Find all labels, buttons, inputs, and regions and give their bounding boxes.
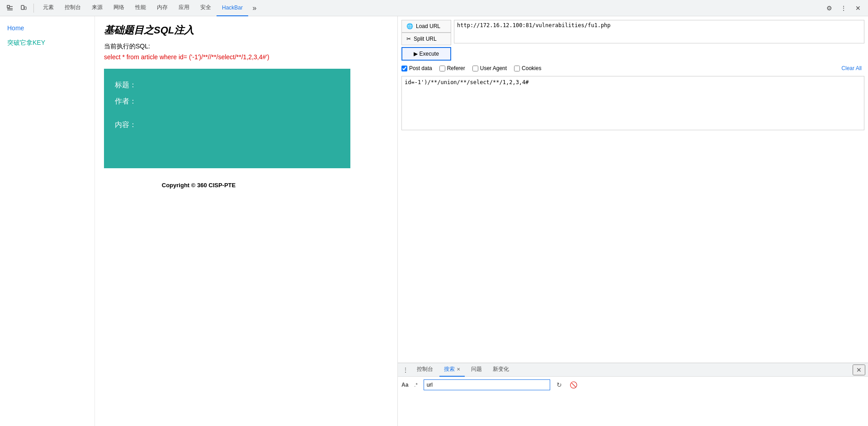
page-title-prefix: 基础题目之 <box>104 24 154 36</box>
tab-sources[interactable]: 来源 <box>86 0 108 16</box>
url-buttons: 🌐 Load URL ✂ Split URL ▶ Execute <box>401 20 451 61</box>
tab-security[interactable]: 安全 <box>195 0 217 16</box>
console-tabs-bar: ⋮ 控制台 搜索 ✕ 问题 新变化 ✕ <box>398 363 868 377</box>
svg-rect-4 <box>21 5 24 9</box>
svg-rect-0 <box>7 5 9 8</box>
toolbar-separator <box>33 4 34 13</box>
execute-button[interactable]: ▶ Execute <box>401 47 451 61</box>
load-url-icon: 🌐 <box>406 23 413 29</box>
console-search-tab-label: 搜索 <box>444 365 455 373</box>
hackbar-main: 🌐 Load URL ✂ Split URL ▶ Execute http://… <box>398 16 868 363</box>
post-data-checkbox-label[interactable]: Post data <box>401 65 432 71</box>
execute-label: ▶ Execute <box>414 51 439 57</box>
page-title: 基础题目之SQL注入 <box>104 24 388 37</box>
tab-performance[interactable]: 性能 <box>130 0 151 16</box>
split-url-icon: ✂ <box>406 36 411 42</box>
clear-all-button[interactable]: Clear All <box>839 64 864 72</box>
tab-hackbar[interactable]: HackBar <box>217 0 248 16</box>
sidebar-nav: Home 突破它拿KEY <box>0 16 95 426</box>
load-url-label: Load URL <box>416 23 440 29</box>
page-title-suffix: 注入 <box>174 24 194 36</box>
cookies-checkbox-label[interactable]: Cookies <box>514 65 541 71</box>
user-agent-checkbox[interactable] <box>472 66 478 71</box>
settings-icon[interactable]: ⚙ <box>823 2 835 14</box>
post-data-area: id=-1')/**/union/**/select/**/1,2,3,4# <box>401 76 864 359</box>
url-input-area: http://172.16.12.100:81/vulnerabilities/… <box>454 20 864 45</box>
console-search-bar: Aa .* ↻ 🚫 <box>398 377 868 393</box>
tab-elements[interactable]: 元素 <box>38 0 59 16</box>
options-row: Post data Referer User Agent Cookies Cle… <box>401 63 864 73</box>
layout-wrapper: Home 突破它拿KEY 基础题目之SQL注入 当前执行的SQL: select… <box>0 16 398 426</box>
result-box: 标题： 作者： 内容： <box>104 69 350 168</box>
post-data-checkbox[interactable] <box>401 66 407 71</box>
sidebar-item-home[interactable]: Home <box>0 21 94 35</box>
hackbar-panel: 🌐 Load URL ✂ Split URL ▶ Execute http://… <box>398 16 868 426</box>
post-data-textarea[interactable]: id=-1')/**/union/**/select/**/1,2,3,4# <box>401 76 864 130</box>
user-agent-label: User Agent <box>480 65 507 71</box>
console-tab-close-icon[interactable]: ✕ <box>457 367 460 372</box>
tab-memory[interactable]: 内存 <box>151 0 173 16</box>
sidebar-item-key[interactable]: 突破它拿KEY <box>0 35 94 51</box>
more-tabs-icon[interactable]: » <box>248 2 261 14</box>
main-area: Home 突破它拿KEY 基础题目之SQL注入 当前执行的SQL: select… <box>0 16 868 426</box>
console-menu-icon[interactable]: ⋮ <box>401 365 410 374</box>
tab-network[interactable]: 网络 <box>108 0 130 16</box>
inspect-icon[interactable] <box>4 2 16 14</box>
device-icon[interactable] <box>17 2 30 14</box>
more-options-icon[interactable]: ⋮ <box>837 2 850 14</box>
content-area: 基础题目之SQL注入 当前执行的SQL: select * from artic… <box>95 16 397 426</box>
tab-application[interactable]: 应用 <box>173 0 195 16</box>
console-panel: ⋮ 控制台 搜索 ✕ 问题 新变化 ✕ Aa .* ↻ 🚫 <box>398 363 868 426</box>
split-url-label: Split URL <box>414 36 437 42</box>
devtools-tool-icons <box>4 2 30 14</box>
console-refresh-button[interactable]: ↻ <box>554 379 565 390</box>
console-aa-label: Aa <box>401 382 408 388</box>
console-tab-search[interactable]: 搜索 ✕ <box>439 363 465 377</box>
cookies-checkbox[interactable] <box>514 66 520 71</box>
devtools-tabs: 元素 控制台 来源 网络 性能 内存 应用 安全 HackBar » <box>38 0 821 16</box>
post-data-label: Post data <box>409 65 432 71</box>
url-input[interactable]: http://172.16.12.100:81/vulnerabilities/… <box>454 20 864 43</box>
console-search-input[interactable] <box>424 379 550 390</box>
user-agent-checkbox-label[interactable]: User Agent <box>472 65 507 71</box>
referer-label: Referer <box>447 65 465 71</box>
sql-label: 当前执行的SQL: <box>104 43 388 51</box>
console-tab-issues[interactable]: 问题 <box>467 363 486 377</box>
console-tab-control[interactable]: 控制台 <box>412 363 438 377</box>
author-field: 作者： <box>115 94 340 109</box>
referer-checkbox[interactable] <box>439 66 445 71</box>
copyright: Copyright © 360 CISP-PTE <box>95 182 388 189</box>
tab-console[interactable]: 控制台 <box>59 0 86 16</box>
cookies-label: Cookies <box>522 65 541 71</box>
close-devtools-icon[interactable]: ✕ <box>852 2 864 14</box>
console-tab-changes[interactable]: 新变化 <box>488 363 514 377</box>
page-title-sql: SQL <box>154 24 174 36</box>
svg-rect-5 <box>24 7 26 9</box>
title-field: 标题： <box>115 78 340 92</box>
devtools-toolbar: 元素 控制台 来源 网络 性能 内存 应用 安全 HackBar » ⚙ ⋮ ✕ <box>0 0 868 16</box>
load-url-button[interactable]: 🌐 Load URL <box>401 20 451 33</box>
content-field: 内容： <box>115 118 340 132</box>
console-regex-button[interactable]: .* <box>412 381 420 389</box>
referer-checkbox-label[interactable]: Referer <box>439 65 465 71</box>
devtools-toolbar-right: ⚙ ⋮ ✕ <box>823 2 864 14</box>
split-url-button[interactable]: ✂ Split URL <box>401 33 451 45</box>
console-clear-search-button[interactable]: 🚫 <box>568 379 579 390</box>
sql-query: select * from article where id= ('-1')/*… <box>104 53 388 61</box>
console-close-button[interactable]: ✕ <box>853 364 865 375</box>
url-area: 🌐 Load URL ✂ Split URL ▶ Execute http://… <box>401 20 864 61</box>
